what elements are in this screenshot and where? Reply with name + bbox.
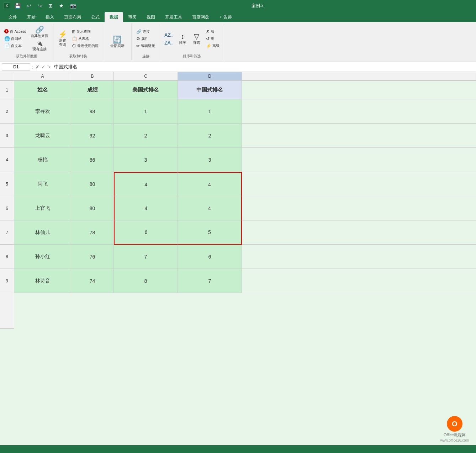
- get-external-label: 获取外部数据: [16, 54, 37, 59]
- tab-file[interactable]: 文件: [4, 12, 22, 22]
- cell-c8[interactable]: 7: [114, 245, 178, 269]
- btn-other-sources[interactable]: 🔗 自其他来源: [29, 25, 50, 39]
- cell-d3[interactable]: 2: [178, 124, 242, 148]
- cell-d5[interactable]: 4: [178, 172, 242, 196]
- btn-edit-links[interactable]: ✏ 编辑链接: [135, 43, 157, 49]
- spreadsheet-body: 1 姓名 成绩 美国式排名 中国式排名 2 李寻欢 98 1 1 3 龙啸云 9…: [0, 81, 476, 329]
- cell-e9[interactable]: [242, 269, 476, 293]
- btn-sort[interactable]: ↕ 排序: [176, 32, 189, 46]
- col-header-D[interactable]: D: [178, 72, 242, 80]
- formula-input[interactable]: [52, 63, 474, 70]
- cell-e2[interactable]: [242, 99, 476, 124]
- cell-b3[interactable]: 92: [71, 124, 114, 148]
- undo-btn[interactable]: ↩: [25, 2, 33, 9]
- cell-a3[interactable]: 龙啸云: [14, 124, 71, 148]
- cell-c6[interactable]: 4: [114, 196, 178, 220]
- col-header-C[interactable]: C: [114, 72, 178, 80]
- tab-data[interactable]: 数据: [105, 12, 123, 22]
- btn-sort-za[interactable]: ZA↓: [163, 39, 175, 46]
- col-header-E[interactable]: [242, 72, 476, 80]
- tab-review[interactable]: 审阅: [123, 12, 142, 22]
- cell-e5[interactable]: [242, 172, 476, 196]
- cell-c2[interactable]: 1: [114, 99, 178, 124]
- tab-page-layout[interactable]: 页面布局: [59, 12, 86, 22]
- col-header-B[interactable]: B: [71, 72, 114, 80]
- redo-btn[interactable]: ↪: [36, 2, 44, 9]
- cell-a8[interactable]: 孙小红: [14, 245, 71, 269]
- group-sort-filter: AZ↓ ZA↓ ↕ 排序 ▽ 筛选 ✗ 清: [160, 24, 224, 60]
- tab-view[interactable]: 视图: [142, 12, 160, 22]
- btn-refresh-all[interactable]: 🔄 全部刷新: [109, 35, 126, 49]
- cell-a4[interactable]: 杨艳: [14, 148, 71, 172]
- cell-d6[interactable]: 4: [178, 196, 242, 220]
- existing-conn-icon: 🔌: [37, 41, 43, 46]
- confirm-icon[interactable]: ✓: [41, 64, 46, 70]
- btn-existing-conn[interactable]: 🔌 现有连接: [29, 40, 50, 52]
- btn-clear[interactable]: ✗ 清: [205, 28, 221, 35]
- btn-access[interactable]: 🅐 自 Access: [3, 28, 27, 35]
- cell-e7[interactable]: [242, 220, 476, 245]
- cell-b2[interactable]: 98: [71, 99, 114, 124]
- btn-web[interactable]: 🌐 自网站: [3, 35, 27, 42]
- cell-d2[interactable]: 1: [178, 99, 242, 124]
- cell-d9[interactable]: 7: [178, 269, 242, 293]
- tab-insert[interactable]: 插入: [41, 12, 59, 22]
- tab-start[interactable]: 开始: [22, 12, 41, 22]
- btn-filter[interactable]: ▽ 筛选: [190, 32, 203, 46]
- cell-a5[interactable]: 阿飞: [14, 172, 71, 196]
- cell-b6[interactable]: 80: [71, 196, 114, 220]
- custom-btn2[interactable]: ★: [57, 2, 65, 9]
- btn-connect[interactable]: 🔗 连接: [135, 28, 157, 35]
- camera-btn[interactable]: 📷: [68, 2, 78, 9]
- btn-text[interactable]: 📄 自文本: [3, 42, 27, 49]
- cell-c4[interactable]: 3: [114, 148, 178, 172]
- cell-c7[interactable]: 6: [114, 220, 178, 245]
- tab-dev-tools[interactable]: 开发工具: [160, 12, 187, 22]
- cell-b9[interactable]: 74: [71, 269, 114, 293]
- btn-show-query[interactable]: ⊞ 显示查询: [70, 28, 100, 35]
- btn-advanced[interactable]: ⚡ 高级: [205, 43, 221, 49]
- table-row: 4 杨艳 86 3 3: [0, 148, 476, 172]
- btn-props[interactable]: ⚙ 属性: [135, 36, 157, 42]
- btn-new-query[interactable]: ⚡ 新建查询: [56, 30, 69, 48]
- cell-d4[interactable]: 3: [178, 148, 242, 172]
- col-header-A[interactable]: A: [14, 72, 71, 80]
- cell-d7[interactable]: 5: [178, 220, 242, 245]
- cell-b1[interactable]: 成绩: [71, 81, 114, 99]
- btn-sort-az[interactable]: AZ↓: [163, 31, 175, 38]
- cell-d1[interactable]: 中国式排名: [178, 81, 242, 99]
- cell-b7[interactable]: 78: [71, 220, 114, 245]
- row-header-7: 7: [0, 220, 14, 245]
- cell-a7[interactable]: 林仙儿: [14, 220, 71, 245]
- btn-from-table[interactable]: 📋 从表格: [70, 36, 100, 42]
- cell-a9[interactable]: 林诗音: [14, 269, 71, 293]
- cell-d8[interactable]: 6: [178, 245, 242, 269]
- cell-a1[interactable]: 姓名: [14, 81, 71, 99]
- cell-c9[interactable]: 8: [114, 269, 178, 293]
- cell-c1[interactable]: 美国式排名: [114, 81, 178, 99]
- tab-formula[interactable]: 公式: [86, 12, 105, 22]
- cell-b5[interactable]: 80: [71, 172, 114, 196]
- tab-baidu[interactable]: 百度网盘: [187, 12, 214, 22]
- cell-e6[interactable]: [242, 196, 476, 220]
- name-box[interactable]: [2, 63, 30, 71]
- cancel-icon[interactable]: ✗: [35, 64, 39, 70]
- cell-a6[interactable]: 上官飞: [14, 196, 71, 220]
- cell-e3[interactable]: [242, 124, 476, 148]
- save-btn[interactable]: 💾: [13, 2, 22, 9]
- cell-b8[interactable]: 76: [71, 245, 114, 269]
- btn-recent-sources[interactable]: ⏱ 最近使用的源: [70, 43, 100, 49]
- cell-e8[interactable]: [242, 245, 476, 269]
- function-icon[interactable]: fx: [47, 64, 51, 69]
- tab-help[interactable]: ♀ 告诉: [214, 12, 237, 22]
- cell-c5[interactable]: 4: [114, 172, 178, 196]
- text-icon: 📄: [4, 43, 10, 48]
- custom-btn1[interactable]: ⊞: [47, 2, 54, 9]
- cell-e1[interactable]: [242, 81, 476, 99]
- cell-a2[interactable]: 李寻欢: [14, 99, 71, 124]
- row-header-2: 2: [0, 99, 14, 124]
- cell-c3[interactable]: 2: [114, 124, 178, 148]
- btn-reapply[interactable]: ↺ 重: [205, 36, 221, 42]
- cell-b4[interactable]: 86: [71, 148, 114, 172]
- cell-e4[interactable]: [242, 148, 476, 172]
